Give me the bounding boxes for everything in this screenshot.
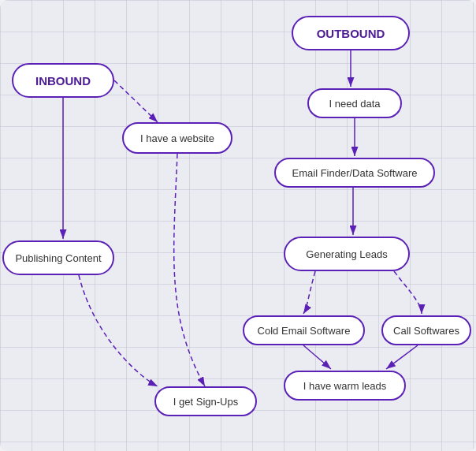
svg-line-6: [114, 80, 158, 122]
node-inbound[interactable]: INBOUND: [12, 63, 114, 98]
svg-line-7: [303, 345, 331, 369]
node-sign-ups[interactable]: I get Sign-Ups: [154, 386, 257, 416]
node-outbound[interactable]: OUTBOUND: [292, 16, 410, 50]
node-need-data[interactable]: I need data: [307, 88, 402, 118]
node-have-website[interactable]: I have a website: [122, 122, 232, 154]
svg-line-8: [386, 345, 418, 369]
node-warm-leads[interactable]: I have warm leads: [284, 371, 406, 401]
node-cold-email[interactable]: Cold Email Software: [243, 315, 365, 345]
node-generating-leads[interactable]: Generating Leads: [284, 237, 410, 271]
diagram-canvas: INBOUND OUTBOUND I have a website I need…: [0, 0, 476, 451]
node-call-softwares[interactable]: Call Softwares: [381, 315, 471, 345]
node-email-finder[interactable]: Email Finder/Data Software: [274, 158, 435, 188]
node-publishing-content[interactable]: Publishing Content: [2, 240, 114, 275]
